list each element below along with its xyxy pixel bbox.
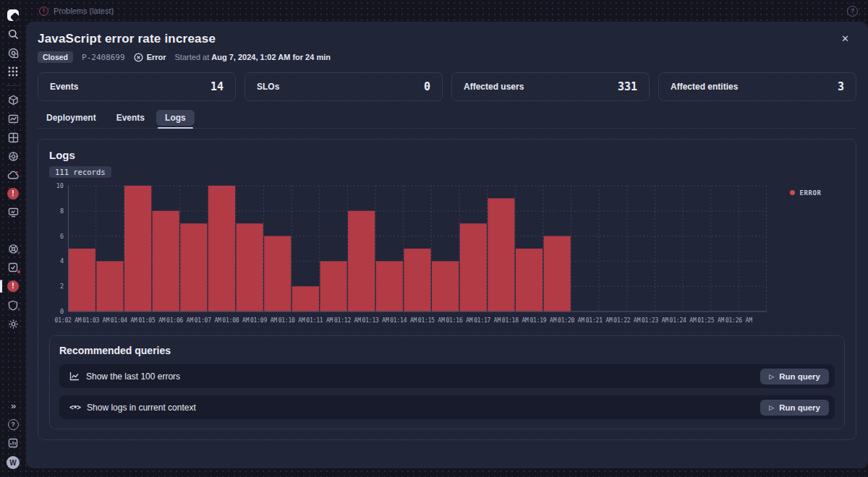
stat-label: Events — [50, 82, 78, 92]
close-icon[interactable]: ✕ — [834, 32, 856, 46]
services-gear-icon[interactable] — [0, 150, 26, 162]
stat-value: 3 — [838, 80, 844, 93]
query-row-last-100-errors[interactable]: Show the last 100 errors ▷ Run query — [59, 364, 835, 388]
settings-icon[interactable] — [0, 318, 26, 330]
feedback-chart-icon[interactable] — [0, 437, 26, 449]
chart-bar — [153, 211, 179, 311]
stat-label: SLOs — [257, 82, 279, 92]
problem-breadcrumb-icon: ! — [39, 7, 48, 16]
query-row-logs-current-context[interactable]: <•> Show logs in current context ▷ Run q… — [59, 395, 835, 419]
severity-indicator: Error — [134, 53, 166, 62]
app-sidebar: ! ! » ? W — [0, 0, 26, 477]
legend-error-label: ERROR — [799, 189, 821, 197]
chart-x-axis-labels: 01:02 AM01:03 AM01:04 AM01:05 AM01:06 AM… — [68, 317, 767, 327]
play-icon: ▷ — [769, 404, 774, 411]
chart-bar — [180, 223, 207, 311]
stat-value: 14 — [210, 80, 224, 93]
query-label: Show the last 100 errors — [86, 371, 180, 382]
problems-active-icon[interactable]: ! — [0, 280, 26, 292]
chart-bar — [516, 249, 542, 311]
chart-legend[interactable]: ERROR — [767, 185, 845, 327]
automation-icon[interactable] — [0, 243, 26, 254]
assistant-icon[interactable] — [0, 47, 26, 59]
chart-y-axis-labels: 0246810 — [49, 185, 68, 312]
chart-bar — [460, 223, 487, 311]
help-icon[interactable]: ? — [0, 418, 26, 430]
active-indicator — [0, 280, 2, 293]
stat-value: 0 — [424, 80, 430, 93]
chart-bar — [348, 211, 375, 311]
sidebar-divider — [6, 85, 20, 86]
error-circle-x-icon — [134, 53, 143, 62]
chart-bar — [292, 286, 319, 311]
tab-logs[interactable]: Logs — [156, 110, 195, 126]
legend-error-dot-icon — [790, 190, 795, 195]
logs-chart-svg — [68, 185, 767, 312]
user-avatar[interactable]: W — [0, 456, 26, 469]
dashboards-icon[interactable] — [0, 132, 26, 143]
chart-bar — [237, 223, 263, 311]
tab-events[interactable]: Events — [108, 110, 153, 128]
chart-bar — [320, 261, 346, 311]
clouds-icon[interactable] — [0, 169, 26, 181]
code-icon: <•> — [69, 403, 80, 411]
chart-bar — [208, 186, 235, 311]
tabs-row: Deployment Events Logs — [38, 110, 856, 129]
status-badge: Closed — [38, 51, 73, 63]
chart-bar — [96, 261, 123, 311]
stat-value: 331 — [618, 80, 637, 93]
chart-bar — [264, 236, 291, 311]
problem-id: P-2408699 — [82, 53, 125, 62]
chart-plot-area[interactable]: 01:02 AM01:03 AM01:04 AM01:05 AM01:06 AM… — [68, 185, 767, 327]
stat-card-events[interactable]: Events 14 — [38, 72, 236, 101]
stats-row: Events 14 SLOs 0 Affected users 331 Affe… — [38, 72, 856, 101]
charts-icon[interactable] — [0, 113, 26, 124]
tab-deployment[interactable]: Deployment — [38, 110, 105, 128]
recommended-queries-card: Recommended queries Show the last 100 er… — [49, 335, 845, 429]
chart-bar — [432, 261, 459, 311]
problem-meta-row: Closed P-2408699 Error Started at Aug 7,… — [38, 51, 856, 63]
topbar-help-icon[interactable]: ? — [847, 6, 858, 17]
topbar: ! Problems (latest) ? — [26, 0, 868, 22]
query-label: Show logs in current context — [87, 403, 196, 413]
problems-icon[interactable]: ! — [0, 188, 26, 199]
chart-bar — [544, 236, 571, 311]
breadcrumb[interactable]: ! Problems (latest) — [39, 7, 114, 16]
stat-label: Affected users — [464, 82, 524, 92]
logs-title: Logs — [49, 149, 845, 161]
chart-bar — [69, 249, 95, 311]
stat-label: Affected entities — [671, 82, 738, 92]
chart-bar — [488, 198, 514, 311]
search-icon[interactable] — [0, 28, 26, 40]
stat-card-affected-users[interactable]: Affected users 331 — [451, 72, 650, 101]
started-text: Started at Aug 7, 2024, 1:02 AM for 24 m… — [175, 53, 331, 61]
security-icon[interactable] — [0, 299, 26, 311]
run-query-button[interactable]: ▷ Run query — [760, 369, 829, 384]
stat-card-affected-entities[interactable]: Affected entities 3 — [658, 72, 856, 101]
recommended-queries-title: Recommended queries — [59, 345, 835, 356]
run-query-button[interactable]: ▷ Run query — [760, 400, 829, 416]
hosts-monitor-icon[interactable] — [0, 207, 26, 218]
apps-grid-icon[interactable] — [0, 66, 26, 77]
records-badge: 111 records — [49, 166, 111, 178]
play-icon: ▷ — [769, 373, 774, 380]
expand-sidebar-icon[interactable]: » — [0, 400, 26, 411]
chart-bar — [376, 261, 403, 311]
notifications-icon[interactable] — [0, 262, 26, 273]
chart-line-icon — [69, 371, 80, 381]
app-logo-icon[interactable] — [0, 9, 26, 21]
problem-panel: JavaScript error rate increase ✕ Closed … — [26, 22, 868, 468]
stat-card-slos[interactable]: SLOs 0 — [244, 72, 443, 101]
page-title: JavaScript error rate increase — [38, 32, 216, 46]
breadcrumb-label: Problems (latest) — [54, 7, 114, 15]
severity-label: Error — [147, 53, 166, 61]
observe-cube-icon[interactable] — [0, 94, 26, 106]
logs-chart: 0246810 01:02 AM01:03 AM01:04 AM01:05 AM… — [49, 185, 845, 327]
chart-bar — [124, 186, 151, 311]
logs-card: Logs 111 records 0246810 01:02 AM01:03 A… — [38, 139, 856, 440]
chart-bar — [404, 249, 430, 311]
